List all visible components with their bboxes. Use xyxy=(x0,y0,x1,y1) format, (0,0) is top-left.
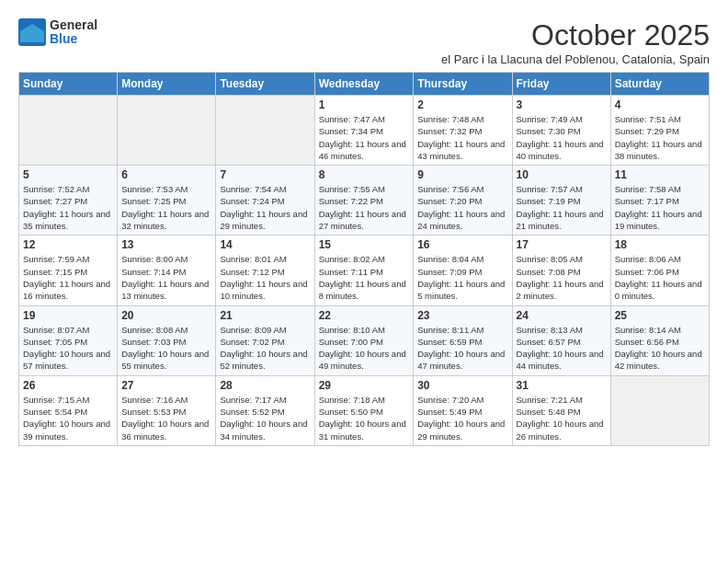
logo-blue: Blue xyxy=(50,32,97,46)
day-info-line: Sunrise: 7:52 AM xyxy=(23,183,113,195)
day-info: Sunrise: 7:18 AMSunset: 5:50 PMDaylight:… xyxy=(319,394,410,442)
day-number: 17 xyxy=(517,238,607,251)
day-info-line: Sunrise: 7:59 AM xyxy=(23,253,113,265)
calendar-cell: 7Sunrise: 7:54 AMSunset: 7:24 PMDaylight… xyxy=(216,166,314,236)
day-info-line: Sunset: 5:54 PM xyxy=(23,406,113,418)
weekday-header: Thursday xyxy=(414,73,512,96)
calendar-cell xyxy=(216,96,314,166)
weekday-header: Saturday xyxy=(610,73,709,96)
day-number: 13 xyxy=(121,238,211,251)
day-info: Sunrise: 8:05 AMSunset: 7:08 PMDaylight:… xyxy=(517,253,607,302)
day-number: 25 xyxy=(615,309,705,322)
calendar-cell: 12Sunrise: 7:59 AMSunset: 7:15 PMDayligh… xyxy=(19,236,118,305)
day-info: Sunrise: 7:52 AMSunset: 7:27 PMDaylight:… xyxy=(23,183,113,232)
day-info: Sunrise: 8:10 AMSunset: 7:00 PMDaylight:… xyxy=(319,324,410,373)
calendar-cell xyxy=(19,96,118,166)
day-info-line: Sunrise: 8:09 AM xyxy=(220,324,310,336)
day-info-line: Sunset: 5:49 PM xyxy=(417,406,507,418)
day-info: Sunrise: 7:57 AMSunset: 7:19 PMDaylight:… xyxy=(517,183,607,232)
day-number: 12 xyxy=(23,238,113,251)
weekday-header: Wednesday xyxy=(314,73,414,96)
day-info-line: Sunset: 7:20 PM xyxy=(417,195,507,207)
day-info-line: Sunset: 7:02 PM xyxy=(220,336,310,348)
day-info: Sunrise: 7:53 AMSunset: 7:25 PMDaylight:… xyxy=(121,183,211,232)
day-info: Sunrise: 8:08 AMSunset: 7:03 PMDaylight:… xyxy=(121,324,211,373)
day-number: 1 xyxy=(319,98,410,111)
day-info: Sunrise: 7:15 AMSunset: 5:54 PMDaylight:… xyxy=(23,394,113,442)
day-number: 5 xyxy=(23,168,113,181)
day-info: Sunrise: 7:54 AMSunset: 7:24 PMDaylight:… xyxy=(220,183,310,232)
day-info-line: Sunrise: 8:00 AM xyxy=(121,253,211,265)
day-info-line: Sunset: 7:34 PM xyxy=(319,125,410,137)
day-info-line: Daylight: 10 hours and 26 minutes. xyxy=(517,418,607,442)
day-number: 2 xyxy=(417,98,507,111)
day-info: Sunrise: 8:06 AMSunset: 7:06 PMDaylight:… xyxy=(615,253,705,302)
day-info-line: Sunrise: 8:07 AM xyxy=(23,324,113,336)
calendar-cell: 10Sunrise: 7:57 AMSunset: 7:19 PMDayligh… xyxy=(512,166,610,236)
day-info-line: Daylight: 11 hours and 29 minutes. xyxy=(220,208,310,233)
day-info-line: Daylight: 11 hours and 35 minutes. xyxy=(23,208,113,233)
day-info-line: Sunset: 7:11 PM xyxy=(319,266,410,278)
weekday-header: Friday xyxy=(512,73,610,96)
header: General Blue October 2025 el Parc i la L… xyxy=(18,18,710,66)
day-info-line: Daylight: 11 hours and 40 minutes. xyxy=(517,138,607,163)
day-info-line: Sunset: 7:14 PM xyxy=(121,266,211,278)
day-info: Sunrise: 8:00 AMSunset: 7:14 PMDaylight:… xyxy=(121,253,211,302)
day-number: 20 xyxy=(121,309,211,322)
day-info-line: Daylight: 10 hours and 42 minutes. xyxy=(615,348,705,373)
day-number: 11 xyxy=(615,168,705,181)
calendar-cell: 5Sunrise: 7:52 AMSunset: 7:27 PMDaylight… xyxy=(19,166,118,236)
day-number: 10 xyxy=(517,168,607,181)
day-number: 7 xyxy=(220,168,310,181)
calendar-cell: 19Sunrise: 8:07 AMSunset: 7:05 PMDayligh… xyxy=(19,305,118,375)
day-info-line: Sunrise: 8:08 AM xyxy=(121,324,211,336)
day-info-line: Daylight: 11 hours and 2 minutes. xyxy=(517,278,607,303)
day-info-line: Sunrise: 7:57 AM xyxy=(517,183,607,195)
day-info-line: Daylight: 11 hours and 21 minutes. xyxy=(517,208,607,233)
day-info-line: Daylight: 11 hours and 38 minutes. xyxy=(615,138,705,163)
day-info-line: Daylight: 11 hours and 13 minutes. xyxy=(121,278,211,303)
day-info-line: Daylight: 10 hours and 57 minutes. xyxy=(23,348,113,373)
calendar-cell: 31Sunrise: 7:21 AMSunset: 5:48 PMDayligh… xyxy=(512,375,610,445)
day-info-line: Daylight: 10 hours and 44 minutes. xyxy=(517,348,607,373)
day-info: Sunrise: 7:20 AMSunset: 5:49 PMDaylight:… xyxy=(417,394,507,442)
calendar-cell: 20Sunrise: 8:08 AMSunset: 7:03 PMDayligh… xyxy=(118,305,216,375)
day-info-line: Sunrise: 7:18 AM xyxy=(319,394,410,406)
calendar-cell: 22Sunrise: 8:10 AMSunset: 7:00 PMDayligh… xyxy=(314,305,414,375)
day-number: 16 xyxy=(417,238,507,251)
day-info-line: Daylight: 10 hours and 39 minutes. xyxy=(23,418,113,442)
day-info-line: Sunset: 7:03 PM xyxy=(121,336,211,348)
day-number: 14 xyxy=(220,238,310,251)
day-number: 3 xyxy=(517,98,607,111)
day-number: 26 xyxy=(23,379,113,392)
day-info-line: Sunset: 6:56 PM xyxy=(615,336,705,348)
calendar-cell: 13Sunrise: 8:00 AMSunset: 7:14 PMDayligh… xyxy=(118,236,216,305)
calendar-week-row: 26Sunrise: 7:15 AMSunset: 5:54 PMDayligh… xyxy=(19,375,710,445)
day-info-line: Sunset: 7:06 PM xyxy=(615,266,705,278)
weekday-header-row: SundayMondayTuesdayWednesdayThursdayFrid… xyxy=(19,73,710,96)
calendar-cell: 14Sunrise: 8:01 AMSunset: 7:12 PMDayligh… xyxy=(216,236,314,305)
calendar-cell: 3Sunrise: 7:49 AMSunset: 7:30 PMDaylight… xyxy=(512,96,610,166)
day-info: Sunrise: 7:47 AMSunset: 7:34 PMDaylight:… xyxy=(319,113,410,162)
day-info-line: Sunrise: 7:51 AM xyxy=(615,113,705,125)
day-number: 22 xyxy=(319,309,410,322)
calendar-week-row: 19Sunrise: 8:07 AMSunset: 7:05 PMDayligh… xyxy=(19,305,710,375)
day-number: 15 xyxy=(319,238,410,251)
day-info: Sunrise: 8:07 AMSunset: 7:05 PMDaylight:… xyxy=(23,324,113,373)
day-info-line: Sunset: 7:15 PM xyxy=(23,266,113,278)
day-info: Sunrise: 7:58 AMSunset: 7:17 PMDaylight:… xyxy=(615,183,705,232)
day-info-line: Daylight: 11 hours and 0 minutes. xyxy=(615,278,705,303)
day-info-line: Sunset: 7:22 PM xyxy=(319,195,410,207)
calendar-cell: 2Sunrise: 7:48 AMSunset: 7:32 PMDaylight… xyxy=(414,96,512,166)
day-number: 31 xyxy=(517,379,607,392)
day-number: 8 xyxy=(319,168,410,181)
weekday-header: Monday xyxy=(118,73,216,96)
day-number: 29 xyxy=(319,379,410,392)
calendar-cell: 17Sunrise: 8:05 AMSunset: 7:08 PMDayligh… xyxy=(512,236,610,305)
day-info: Sunrise: 7:59 AMSunset: 7:15 PMDaylight:… xyxy=(23,253,113,302)
day-info-line: Sunrise: 8:05 AM xyxy=(517,253,607,265)
calendar-cell: 24Sunrise: 8:13 AMSunset: 6:57 PMDayligh… xyxy=(512,305,610,375)
day-info: Sunrise: 7:48 AMSunset: 7:32 PMDaylight:… xyxy=(417,113,507,162)
day-info-line: Daylight: 10 hours and 34 minutes. xyxy=(220,418,310,442)
day-info-line: Daylight: 11 hours and 19 minutes. xyxy=(615,208,705,233)
